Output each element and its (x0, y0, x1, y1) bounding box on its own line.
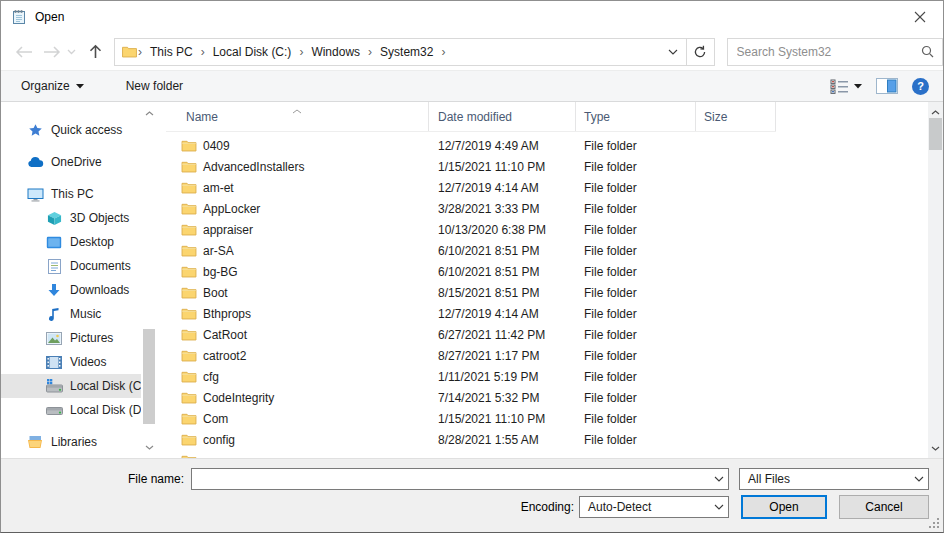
sidebar-item-3d-objects[interactable]: 3D Objects (1, 206, 141, 230)
new-folder-label: New folder (126, 79, 183, 93)
file-row[interactable]: Boot8/15/2021 8:51 PMFile folder (166, 282, 928, 303)
up-icon[interactable] (89, 44, 102, 59)
sidebar-item-label: Local Disk (C:) (70, 379, 141, 393)
folder-icon (181, 391, 197, 404)
sidebar-item-label: Libraries (51, 435, 97, 449)
resize-grip[interactable] (937, 526, 939, 528)
sidebar-item-local-disk-c[interactable]: Local Disk (C:) (1, 374, 141, 398)
views-icon (830, 79, 849, 94)
list-scrollbar[interactable] (928, 102, 943, 458)
breadcrumb-item[interactable]: System32 (373, 39, 440, 65)
picture-icon (45, 332, 63, 345)
column-header-type[interactable]: Type (576, 102, 696, 131)
preview-pane-button[interactable] (876, 78, 898, 94)
file-row[interactable]: cfg1/11/2021 5:19 PMFile folder (166, 366, 928, 387)
file-row[interactable]: CodeIntegrity7/14/2021 5:32 PMFile folde… (166, 387, 928, 408)
breadcrumb-item[interactable]: Windows (304, 39, 367, 65)
file-row[interactable]: AppLocker3/28/2021 3:33 PMFile folder (166, 198, 928, 219)
search-box (727, 38, 943, 66)
sidebar-item-music[interactable]: Music (1, 302, 141, 326)
file-row[interactable]: am-et12/7/2019 4:14 AMFile folder (166, 177, 928, 198)
help-button[interactable]: ? (912, 78, 929, 95)
navigation-pane: Quick accessOneDriveThis PC3D ObjectsDes… (1, 102, 141, 458)
file-row[interactable]: Bthprops12/7/2019 4:14 AMFile folder (166, 303, 928, 324)
preview-pane-icon (876, 78, 898, 94)
back-icon[interactable] (15, 46, 33, 58)
file-row[interactable]: 040912/7/2019 4:49 AMFile folder (166, 135, 928, 156)
sidebar-item-pictures[interactable]: Pictures (1, 326, 141, 350)
file-type: File folder (576, 349, 696, 363)
sidebar-item-downloads[interactable]: Downloads (1, 278, 141, 302)
sidebar-item-this-pc[interactable]: This PC (1, 182, 141, 206)
file-row-partial[interactable] (166, 450, 928, 458)
file-row[interactable]: config8/28/2021 1:55 AMFile folder (166, 429, 928, 450)
sidebar-item-videos[interactable]: Videos (1, 350, 141, 374)
close-button[interactable] (897, 1, 943, 32)
column-header-size[interactable]: Size (696, 102, 776, 131)
encoding-select[interactable]: Auto-Detect (579, 496, 729, 518)
address-bar[interactable]: › This PC›Local Disk (C:)›Windows›System… (114, 38, 715, 66)
file-name-input[interactable] (192, 471, 710, 487)
sidebar-item-desktop[interactable]: Desktop (1, 230, 141, 254)
file-date-modified: 1/15/2021 11:10 PM (429, 412, 576, 426)
scroll-up-icon[interactable] (141, 106, 158, 120)
file-type: File folder (576, 265, 696, 279)
breadcrumb-item[interactable]: This PC (143, 39, 200, 65)
cancel-button[interactable]: Cancel (839, 495, 929, 519)
command-toolbar: Organize New folder (1, 70, 943, 102)
list-scrollbar-thumb[interactable] (929, 118, 942, 150)
sidebar-scrollbar[interactable] (141, 102, 158, 458)
refresh-icon[interactable] (686, 39, 714, 65)
breadcrumb-item[interactable]: Local Disk (C:) (206, 39, 299, 65)
folder-icon (181, 349, 197, 362)
quick-access-star-icon (26, 123, 44, 138)
file-type: File folder (576, 160, 696, 174)
column-header-date-modified[interactable]: Date modified (429, 102, 576, 131)
search-icon[interactable] (921, 45, 934, 58)
sidebar-item-quick-access[interactable]: Quick access (1, 118, 141, 142)
search-input[interactable] (728, 44, 921, 60)
folder-icon (181, 181, 197, 194)
new-folder-button[interactable]: New folder (126, 79, 183, 93)
title-bar: Open (1, 1, 943, 33)
views-button[interactable] (830, 79, 862, 94)
sidebar-item-onedrive[interactable]: OneDrive (1, 150, 141, 174)
file-type-select[interactable]: All Files (739, 468, 929, 490)
file-row[interactable]: Com1/15/2021 11:10 PMFile folder (166, 408, 928, 429)
file-name-label: File name: (1, 468, 184, 490)
file-row[interactable]: ar-SA6/10/2021 8:51 PMFile folder (166, 240, 928, 261)
file-row[interactable]: CatRoot6/27/2021 11:42 PMFile folder (166, 324, 928, 345)
file-type-dropdown-icon (910, 476, 928, 482)
file-date-modified: 12/7/2019 4:14 AM (429, 307, 576, 321)
scroll-down-icon[interactable] (928, 441, 943, 455)
notepad-icon (11, 9, 27, 25)
forward-icon[interactable] (43, 46, 61, 58)
file-type: File folder (576, 328, 696, 342)
open-button[interactable]: Open (741, 495, 827, 519)
sidebar-item-label: Videos (70, 355, 106, 369)
sidebar-item-label: Local Disk (D:) (70, 403, 141, 417)
file-name: CatRoot (203, 328, 247, 342)
address-dropdown-icon[interactable] (660, 39, 686, 65)
breadcrumb-separator-icon[interactable]: › (440, 45, 446, 59)
file-name-dropdown-icon[interactable] (710, 476, 728, 482)
file-type: File folder (576, 370, 696, 384)
file-name: Bthprops (203, 307, 251, 321)
organize-button[interactable]: Organize (21, 79, 84, 93)
sidebar-item-documents[interactable]: Documents (1, 254, 141, 278)
file-date-modified: 6/10/2021 8:51 PM (429, 265, 576, 279)
cube-3d-icon (45, 211, 63, 226)
scroll-up-icon[interactable] (928, 105, 943, 119)
file-name: bg-BG (203, 265, 238, 279)
sidebar-scrollbar-thumb[interactable] (143, 329, 155, 424)
file-row[interactable]: bg-BG6/10/2021 8:51 PMFile folder (166, 261, 928, 282)
sidebar-item-local-disk-d[interactable]: Local Disk (D:) (1, 398, 141, 422)
scroll-down-icon[interactable] (141, 440, 158, 454)
sidebar-item-libraries[interactable]: Libraries (1, 430, 141, 454)
file-row[interactable]: appraiser10/13/2020 6:38 PMFile folder (166, 219, 928, 240)
sidebar-item-label: Downloads (70, 283, 129, 297)
file-row[interactable]: AdvancedInstallers1/15/2021 11:10 PMFile… (166, 156, 928, 177)
recent-locations-chevron-icon[interactable] (67, 49, 76, 55)
file-row[interactable]: catroot28/27/2021 1:17 PMFile folder (166, 345, 928, 366)
video-film-icon (45, 356, 63, 369)
